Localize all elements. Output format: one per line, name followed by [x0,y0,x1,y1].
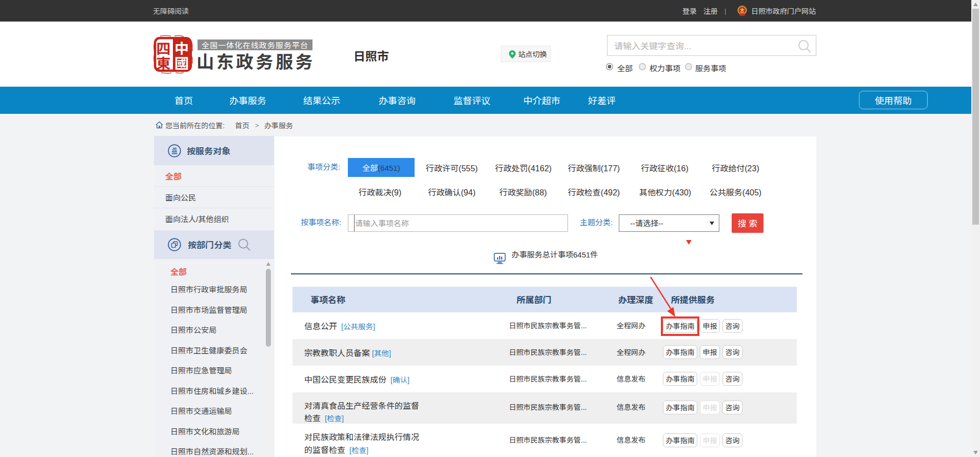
svg-text:東: 東 [156,52,170,73]
svg-text:國: 國 [174,52,189,73]
